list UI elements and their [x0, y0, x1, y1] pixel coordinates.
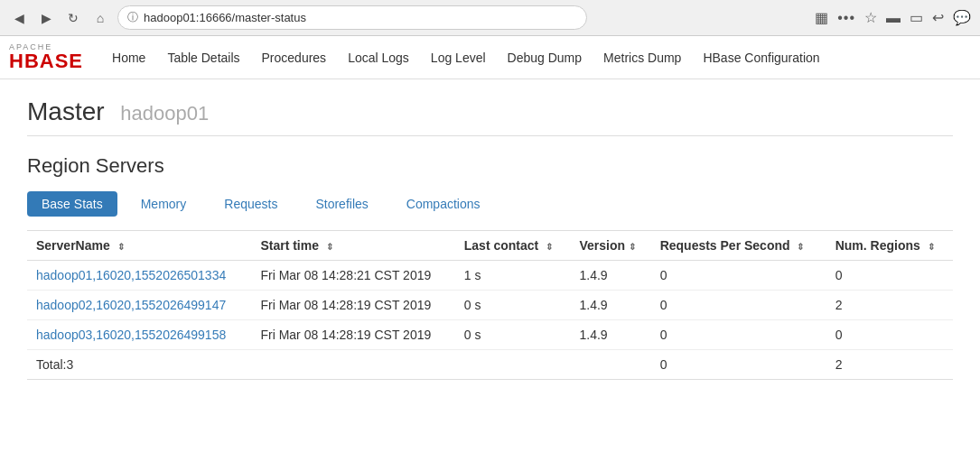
tab-memory[interactable]: Memory — [126, 191, 201, 217]
sort-icon-start: ⇕ — [326, 242, 333, 252]
cell-total-rps: 0 — [651, 350, 826, 380]
chat-icon[interactable]: 💬 — [953, 9, 971, 26]
nav-local-logs[interactable]: Local Logs — [337, 36, 420, 79]
col-server-name: ServerName ⇕ — [27, 231, 251, 261]
nav-home[interactable]: Home — [101, 36, 156, 79]
tab-storefiles[interactable]: Storefiles — [301, 191, 382, 217]
back2-icon[interactable]: ↩ — [932, 9, 944, 26]
cell-start-1: Fri Mar 08 14:28:21 CST 2019 — [251, 261, 454, 291]
browser-chrome: ◀ ▶ ↻ ⌂ ⓘ hadoop01:16666/master-status ▦… — [0, 0, 980, 36]
cell-contact-1: 1 s — [455, 261, 571, 291]
table-row: hadoop01,16020,1552026501334 Fri Mar 08 … — [27, 261, 953, 291]
col-requests-per-second: Requests Per Second ⇕ — [651, 231, 826, 261]
cell-regions-1: 0 — [826, 261, 953, 291]
back-button[interactable]: ◀ — [9, 8, 29, 28]
region-servers-title: Region Servers — [27, 154, 953, 178]
tab-requests[interactable]: Requests — [210, 191, 292, 217]
logo-hbase: HBASE — [9, 51, 83, 71]
cell-version-1: 1.4.9 — [571, 261, 651, 291]
sort-icon-version: ⇕ — [629, 242, 636, 252]
cell-rps-2: 0 — [651, 291, 826, 320]
server-link-1[interactable]: hadoop01,16020,1552026501334 — [36, 268, 226, 282]
cell-total-empty-1 — [251, 350, 454, 380]
cell-total-regions: 2 — [826, 350, 953, 380]
col-start-time: Start time ⇕ — [251, 231, 454, 261]
sort-icon-regions: ⇕ — [928, 242, 935, 252]
table-total-row: Total:3 0 2 — [27, 350, 953, 380]
table-row: hadoop03,16020,1552026499158 Fri Mar 08 … — [27, 320, 953, 350]
home-button[interactable]: ⌂ — [90, 8, 110, 28]
nav-debug-dump[interactable]: Debug Dump — [497, 36, 593, 79]
nav-log-level[interactable]: Log Level — [420, 36, 497, 79]
table-body: hadoop01,16020,1552026501334 Fri Mar 08 … — [27, 261, 953, 380]
forward-button[interactable]: ▶ — [36, 8, 56, 28]
cell-contact-2: 0 s — [455, 291, 571, 320]
table-row: hadoop02,16020,1552026499147 Fri Mar 08 … — [27, 291, 953, 320]
table-header-row: ServerName ⇕ Start time ⇕ Last contact ⇕… — [27, 231, 953, 261]
nav-table-details[interactable]: Table Details — [156, 36, 250, 79]
cell-regions-3: 0 — [826, 320, 953, 350]
col-last-contact: Last contact ⇕ — [455, 231, 571, 261]
cell-server-3: hadoop03,16020,1552026499158 — [27, 320, 251, 350]
main-content: Master hadoop01 Region Servers Base Stat… — [0, 79, 980, 398]
info-icon: ⓘ — [127, 10, 138, 25]
library-icon[interactable]: ▬ — [886, 10, 901, 26]
nav-procedures[interactable]: Procedures — [251, 36, 338, 79]
logo: APACHE HBASE — [9, 43, 83, 71]
cell-total-label: Total:3 — [27, 350, 251, 380]
sort-icon-rps: ⇕ — [797, 242, 804, 252]
browser-right-icons: ▦ ••• ☆ ▬ ▭ ↩ 💬 — [815, 9, 971, 26]
tab-compactions[interactable]: Compactions — [392, 191, 495, 217]
divider-1 — [27, 135, 953, 136]
region-servers-section: Region Servers Base Stats Memory Request… — [27, 154, 953, 380]
col-num-regions: Num. Regions ⇕ — [826, 231, 953, 261]
cell-regions-2: 2 — [826, 291, 953, 320]
nav-links: Home Table Details Procedures Local Logs… — [101, 36, 831, 79]
region-servers-table: ServerName ⇕ Start time ⇕ Last contact ⇕… — [27, 230, 953, 380]
master-header: Master hadoop01 — [27, 97, 953, 126]
sort-icon-contact: ⇕ — [546, 242, 553, 252]
navbar: APACHE HBASE Home Table Details Procedur… — [0, 36, 980, 79]
tab-bar: Base Stats Memory Requests Storefiles Co… — [27, 191, 953, 217]
nav-hbase-configuration[interactable]: HBase Configuration — [692, 36, 830, 79]
cell-total-empty-2 — [455, 350, 571, 380]
cell-version-2: 1.4.9 — [571, 291, 651, 320]
sort-icon-server: ⇕ — [117, 242, 125, 252]
col-version: Version⇕ — [571, 231, 651, 261]
server-link-2[interactable]: hadoop02,16020,1552026499147 — [36, 298, 226, 312]
cell-rps-1: 0 — [651, 261, 826, 291]
star-icon[interactable]: ☆ — [864, 9, 877, 26]
address-bar[interactable]: ⓘ hadoop01:16666/master-status — [117, 5, 587, 30]
cell-contact-3: 0 s — [455, 320, 571, 350]
reload-button[interactable]: ↻ — [63, 8, 83, 28]
nav-metrics-dump[interactable]: Metrics Dump — [593, 36, 692, 79]
menu-icon[interactable]: ••• — [837, 10, 855, 26]
cell-server-2: hadoop02,16020,1552026499147 — [27, 291, 251, 320]
server-link-3[interactable]: hadoop03,16020,1552026499158 — [36, 328, 226, 342]
cell-rps-3: 0 — [651, 320, 826, 350]
master-title: Master hadoop01 — [27, 97, 209, 125]
tab-base-stats[interactable]: Base Stats — [27, 191, 117, 217]
cell-total-empty-3 — [571, 350, 651, 380]
cell-version-3: 1.4.9 — [571, 320, 651, 350]
cell-server-1: hadoop01,16020,1552026501334 — [27, 261, 251, 291]
master-hostname: hadoop01 — [120, 102, 209, 125]
qr-icon[interactable]: ▦ — [815, 9, 828, 26]
cell-start-2: Fri Mar 08 14:28:19 CST 2019 — [251, 291, 454, 320]
url-text: hadoop01:16666/master-status — [144, 11, 306, 24]
cell-start-3: Fri Mar 08 14:28:19 CST 2019 — [251, 320, 454, 350]
split-icon[interactable]: ▭ — [910, 9, 923, 26]
